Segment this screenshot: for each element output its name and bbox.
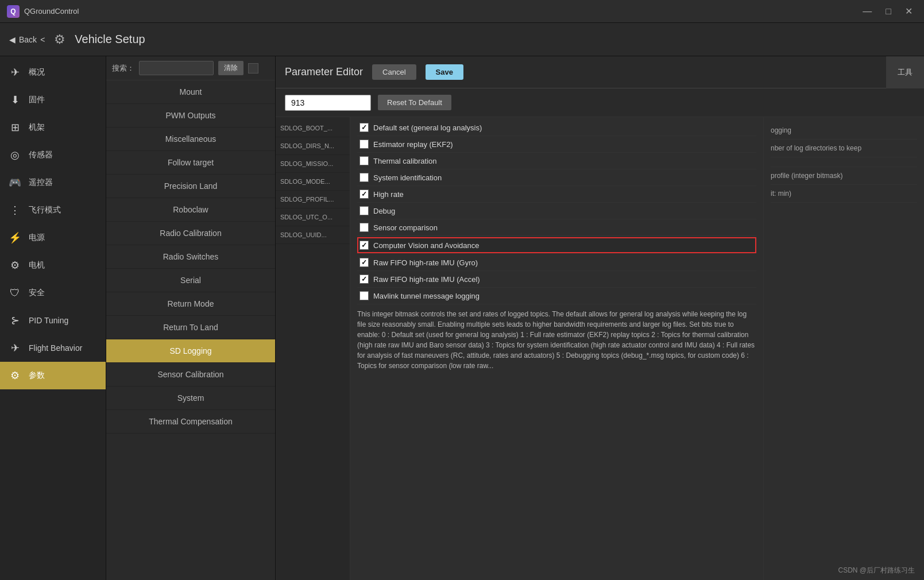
sidebar-item-flightbehavior[interactable]: ✈ Flight Behavior xyxy=(0,334,106,362)
checkbox-estimator-replay-box[interactable] xyxy=(359,140,369,149)
radio-icon: 🎮 xyxy=(7,175,23,191)
desc-empty xyxy=(771,157,917,167)
checkbox-system-id-box[interactable] xyxy=(359,173,369,182)
app-icon: Q xyxy=(7,5,20,18)
menu-item-pwm[interactable]: PWM Outputs xyxy=(106,104,275,127)
desc-logging: ogging xyxy=(771,122,917,140)
menu-item-returnmode[interactable]: Return Mode xyxy=(106,292,275,316)
filter-checkbox[interactable] xyxy=(248,63,258,74)
back-arrow-icon: ◀ xyxy=(9,35,16,44)
checkbox-raw-fifo-accel-box[interactable] xyxy=(359,274,369,284)
param-area: SDLOG_BOOT_... SDLOG_DIRS_N... SDLOG_MIS… xyxy=(276,117,924,580)
search-bar: 搜索： 清除 xyxy=(106,56,275,80)
checkbox-raw-fifo-gyro[interactable]: Raw FIFO high-rate IMU (Gyro) xyxy=(357,254,756,271)
sidebar-item-params[interactable]: ⚙ 参数 xyxy=(0,362,106,389)
checkbox-raw-fifo-gyro-box[interactable] xyxy=(359,258,369,267)
sidebar-label-params: 参数 xyxy=(29,370,45,381)
menu-item-misc[interactable]: Miscellaneous xyxy=(106,127,275,151)
titlebar-left: Q QGroundControl xyxy=(7,5,79,18)
close-button[interactable]: ✕ xyxy=(900,5,917,18)
search-label: 搜索： xyxy=(112,63,134,74)
sidebar-item-radio[interactable]: 🎮 遥控器 xyxy=(0,169,106,196)
checkbox-raw-fifo-gyro-label: Raw FIFO high-rate IMU (Gyro) xyxy=(373,258,478,267)
menu-item-radioswitches[interactable]: Radio Switches xyxy=(106,245,275,269)
checkboxes-area: Default set (general log analysis) Estim… xyxy=(350,117,924,580)
param-label-sdlog-profile: SDLOG_PROFIL... xyxy=(276,191,350,208)
search-input[interactable] xyxy=(139,61,214,75)
sidebar-label-sensors: 传感器 xyxy=(29,150,53,160)
cancel-button[interactable]: Cancel xyxy=(372,64,416,80)
sidebar-label-safety: 安全 xyxy=(29,288,45,298)
checkbox-thermal-cal[interactable]: Thermal calibration xyxy=(357,153,756,169)
param-label-sdlog-mission: SDLOG_MISSIO... xyxy=(276,155,350,173)
menu-item-thermalcomp[interactable]: Thermal Compensation xyxy=(106,410,275,434)
menu-item-system[interactable]: System xyxy=(106,386,275,410)
checkbox-debug[interactable]: Debug xyxy=(357,203,756,219)
param-labels-column: SDLOG_BOOT_... SDLOG_DIRS_N... SDLOG_MIS… xyxy=(276,117,350,580)
menu-item-followtarget[interactable]: Follow target xyxy=(106,151,275,175)
sidebar-label-radio: 遥控器 xyxy=(29,177,53,188)
reset-to-default-button[interactable]: Reset To Default xyxy=(378,95,451,110)
value-input[interactable] xyxy=(285,95,371,111)
menu-item-sdlogging[interactable]: SD Logging xyxy=(106,339,275,363)
sidebar-item-pidtuning[interactable]: ⊱ PID Tuning xyxy=(0,307,106,334)
minimize-button[interactable]: — xyxy=(858,5,876,18)
param-editor-title: Parameter Editor xyxy=(285,66,363,78)
param-label-sdlog-dirs: SDLOG_DIRS_N... xyxy=(276,137,350,155)
clear-button[interactable]: 清除 xyxy=(218,61,243,75)
checkbox-high-rate-box[interactable] xyxy=(359,190,369,199)
plane-icon: ✈ xyxy=(7,64,23,80)
sidebar-item-firmware[interactable]: ⬇ 固件 xyxy=(0,86,106,114)
checkbox-mavlink-tunnel[interactable]: Mavlink tunnel message logging xyxy=(357,288,756,304)
menu-item-precisionland[interactable]: Precision Land xyxy=(106,175,275,198)
main-layout: ✈ 概况 ⬇ 固件 ⊞ 机架 ◎ 传感器 🎮 遥控器 ⋮ 飞行模式 ⚡ 电源 ⚙ xyxy=(0,56,924,580)
checkbox-sensor-comparison-label: Sensor comparison xyxy=(373,223,438,232)
back-label: Back xyxy=(19,35,37,44)
flightmodes-icon: ⋮ xyxy=(7,202,23,218)
checkbox-system-id-label: System identification xyxy=(373,173,442,182)
sidebar-item-motors[interactable]: ⚙ 电机 xyxy=(0,252,106,279)
titlebar: Q QGroundControl — □ ✕ xyxy=(0,0,924,23)
maximize-button[interactable]: □ xyxy=(881,5,896,18)
menu-item-mount[interactable]: Mount xyxy=(106,80,275,104)
sidebar-item-safety[interactable]: 🛡 安全 xyxy=(0,279,106,307)
save-button[interactable]: Save xyxy=(426,64,463,80)
checkbox-debug-box[interactable] xyxy=(359,206,369,215)
checkbox-high-rate[interactable]: High rate xyxy=(357,186,756,203)
desc-unit: it: min) xyxy=(771,185,917,203)
tools-button[interactable]: 工具 xyxy=(886,56,924,88)
checkbox-mavlink-tunnel-box[interactable] xyxy=(359,291,369,300)
checkbox-thermal-cal-label: Thermal calibration xyxy=(373,157,437,165)
back-button[interactable]: ◀ Back < xyxy=(9,35,45,44)
sidebar-item-power[interactable]: ⚡ 电源 xyxy=(0,224,106,252)
checkbox-default-set[interactable]: Default set (general log analysis) xyxy=(357,119,756,136)
checkbox-sensor-comparison[interactable]: Sensor comparison xyxy=(357,219,756,236)
checkbox-raw-fifo-accel[interactable]: Raw FIFO high-rate IMU (Accel) xyxy=(357,271,756,288)
airframe-icon: ⊞ xyxy=(7,119,23,136)
settings-icon: ⚙ xyxy=(54,32,65,47)
sidebar-item-overview[interactable]: ✈ 概况 xyxy=(0,59,106,86)
sidebar-item-flightmodes[interactable]: ⋮ 飞行模式 xyxy=(0,196,106,224)
menu-item-sensorcalibration[interactable]: Sensor Calibration xyxy=(106,363,275,386)
param-label-sdlog-boot: SDLOG_BOOT_... xyxy=(276,119,350,137)
motors-icon: ⚙ xyxy=(7,257,23,273)
checkbox-sensor-comparison-box[interactable] xyxy=(359,223,369,232)
checkbox-default-set-label: Default set (general log analysis) xyxy=(373,123,482,132)
checkbox-mavlink-tunnel-label: Mavlink tunnel message logging xyxy=(373,292,480,300)
middle-panel: 搜索： 清除 Mount PWM Outputs Miscellaneous F… xyxy=(106,56,276,580)
header-title: Vehicle Setup xyxy=(75,33,145,46)
menu-item-radiocalibration[interactable]: Radio Calibration xyxy=(106,222,275,245)
checkbox-computer-vision-box[interactable] xyxy=(359,241,369,250)
menu-item-roboclaw[interactable]: Roboclaw xyxy=(106,198,275,222)
checkbox-computer-vision[interactable]: Computer Vision and Avoidance xyxy=(357,237,756,253)
sidebar-item-airframe[interactable]: ⊞ 机架 xyxy=(0,114,106,141)
checkbox-system-id[interactable]: System identification xyxy=(357,169,756,186)
value-bar: Reset To Default xyxy=(276,88,924,117)
param-label-sdlog-utc: SDLOG_UTC_O... xyxy=(276,208,350,226)
menu-item-returntoland[interactable]: Return To Land xyxy=(106,316,275,339)
sidebar-item-sensors[interactable]: ◎ 传感器 xyxy=(0,141,106,169)
checkbox-estimator-replay[interactable]: Estimator replay (EKF2) xyxy=(357,136,756,153)
checkbox-default-set-box[interactable] xyxy=(359,123,369,132)
checkbox-thermal-cal-box[interactable] xyxy=(359,156,369,165)
menu-item-serial[interactable]: Serial xyxy=(106,269,275,292)
